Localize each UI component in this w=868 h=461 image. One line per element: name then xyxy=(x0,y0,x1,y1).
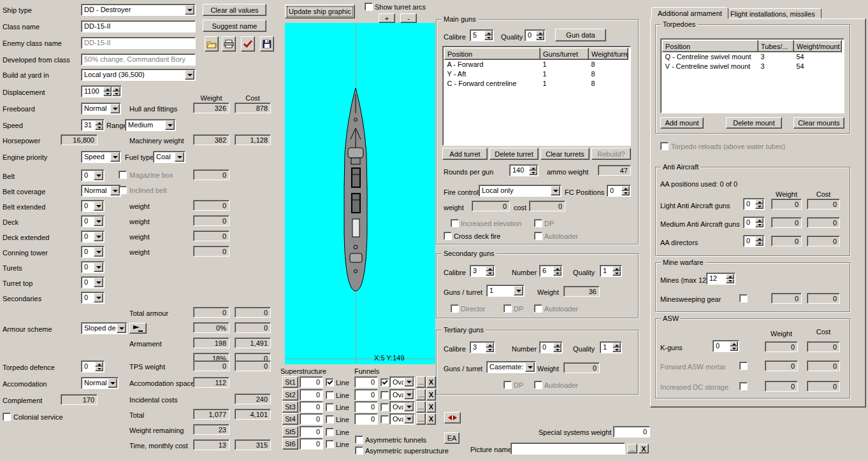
funnel4-delete-button[interactable]: X xyxy=(426,413,436,425)
weight-per-turret-column-header[interactable]: Weight/turret xyxy=(589,48,628,60)
dropdown-arrow-icon[interactable] xyxy=(185,5,194,15)
asymmetric-superstructure-checkbox[interactable] xyxy=(355,446,363,455)
funnel1-value-input[interactable]: 0 xyxy=(354,376,378,388)
mines-spinner[interactable]: 12 xyxy=(706,273,735,285)
dropdown-arrow-icon[interactable] xyxy=(404,402,414,411)
funnel3-more-button[interactable]: ... xyxy=(416,401,426,413)
spin-down-icon[interactable] xyxy=(112,92,120,97)
st3-line-checkbox[interactable] xyxy=(326,403,334,411)
dropdown-arrow-icon[interactable] xyxy=(404,378,414,387)
dropdown-arrow-icon[interactable] xyxy=(94,201,103,211)
spin-up-icon[interactable] xyxy=(486,266,494,271)
secondary-autoloader-checkbox[interactable] xyxy=(534,304,542,313)
spin-down-icon[interactable] xyxy=(755,223,763,228)
dropdown-arrow-icon[interactable] xyxy=(94,216,103,226)
main-autoloader-checkbox[interactable] xyxy=(534,232,542,240)
spin-up-icon[interactable] xyxy=(103,87,112,92)
dropdown-arrow-icon[interactable] xyxy=(165,120,175,130)
ship-type-select[interactable]: DD - Destroyer xyxy=(81,4,196,16)
st5-button[interactable]: St5 xyxy=(282,426,298,437)
engine-priority-select[interactable]: Speed xyxy=(81,151,121,163)
dropdown-arrow-icon[interactable] xyxy=(175,152,184,162)
open-file-button[interactable] xyxy=(205,36,219,52)
secondary-guns-per-turret-select[interactable]: 1 xyxy=(486,285,524,297)
spin-up-icon[interactable] xyxy=(484,31,493,36)
rebuild-button[interactable]: Rebuild? xyxy=(591,148,631,160)
position-column-header[interactable]: Position xyxy=(445,48,540,60)
turets-select[interactable]: 0 xyxy=(81,261,105,273)
dropdown-arrow-icon[interactable] xyxy=(94,171,103,180)
armour-scheme-select[interactable]: Sloped deck xyxy=(81,322,127,334)
funnel3-shape-select[interactable]: Oval xyxy=(389,401,415,413)
funnel2-shape-select[interactable]: Oval xyxy=(389,389,415,401)
spin-down-icon[interactable] xyxy=(486,271,494,276)
add-turret-button[interactable]: Add turret xyxy=(442,148,488,160)
spin-up-icon[interactable] xyxy=(486,343,494,348)
spin-up-icon[interactable] xyxy=(529,166,537,171)
secondaries-select[interactable]: 0 xyxy=(81,292,105,304)
dropdown-arrow-icon[interactable] xyxy=(94,247,103,257)
spin-down-icon[interactable] xyxy=(730,346,738,351)
deck-extended-select[interactable]: 0 xyxy=(81,230,105,243)
fc-positions-spinner[interactable]: 0 xyxy=(607,185,631,197)
save-button[interactable] xyxy=(260,36,274,52)
aa-directors-spinner[interactable]: 0 xyxy=(743,235,765,247)
funnel2-delete-button[interactable]: X xyxy=(426,389,436,401)
spin-up-icon[interactable] xyxy=(755,236,763,241)
forward-asw-mortar-checkbox[interactable] xyxy=(739,362,748,370)
funnel4-checkbox[interactable] xyxy=(380,415,389,423)
funnel4-shape-select[interactable]: Oval xyxy=(389,413,415,425)
belt-select[interactable]: 0 xyxy=(81,169,105,181)
clear-turrets-button[interactable]: Clear turrets xyxy=(540,148,590,160)
dropdown-arrow-icon[interactable] xyxy=(110,152,120,162)
cross-deck-fire-checkbox[interactable] xyxy=(444,232,452,240)
clear-all-values-button[interactable]: Clear all values xyxy=(203,4,266,16)
torpedo-position-column-header[interactable]: Position xyxy=(663,41,758,52)
picture-name-input[interactable] xyxy=(510,443,625,455)
spin-up-icon[interactable] xyxy=(112,87,120,92)
spin-up-icon[interactable] xyxy=(536,31,544,36)
funnel3-delete-button[interactable]: X xyxy=(426,401,436,413)
dropdown-arrow-icon[interactable] xyxy=(404,415,414,423)
spin-up-icon[interactable] xyxy=(755,218,763,223)
minesweeping-gear-checkbox[interactable] xyxy=(739,294,748,302)
spin-up-icon[interactable] xyxy=(612,266,621,271)
ship-canvas[interactable]: X:5 Y:149 xyxy=(285,23,435,364)
armour-scheme-picker-button[interactable] xyxy=(129,323,147,334)
main-calibre-spinner[interactable]: 5 xyxy=(470,29,494,41)
tertiary-autoloader-checkbox[interactable] xyxy=(534,381,542,389)
update-ship-graphic-button[interactable]: Update ship graphic xyxy=(285,4,355,18)
st6-button[interactable]: St6 xyxy=(282,438,298,450)
zoom-in-button[interactable]: + xyxy=(379,13,395,23)
director-checkbox[interactable] xyxy=(451,304,459,313)
funnel2-more-button[interactable]: ... xyxy=(416,389,426,401)
spin-down-icon[interactable] xyxy=(621,191,630,196)
dropdown-arrow-icon[interactable] xyxy=(94,278,103,287)
spin-up-icon[interactable] xyxy=(553,266,561,271)
table-row[interactable]: V - Centreline swivel mount 3 54 xyxy=(663,62,842,71)
spin-down-icon[interactable] xyxy=(553,271,561,276)
speed-spinner[interactable]: 31 xyxy=(81,119,105,131)
fire-control-select[interactable]: Local only xyxy=(479,185,561,197)
spin-up-icon[interactable] xyxy=(95,120,103,125)
guns-per-turret-column-header[interactable]: Guns/turret xyxy=(540,48,589,60)
dropdown-arrow-icon[interactable] xyxy=(108,378,117,388)
belt-coverage-select[interactable]: Normal xyxy=(81,185,121,197)
tertiary-number-spinner[interactable]: 0 xyxy=(539,341,563,353)
spin-down-icon[interactable] xyxy=(726,279,734,284)
dropdown-arrow-icon[interactable] xyxy=(404,390,414,399)
st1-button[interactable]: St1 xyxy=(282,376,298,388)
developed-from-input[interactable]: 50% change, Commandant Bory xyxy=(81,53,196,66)
delete-turret-button[interactable]: Delete turret xyxy=(489,148,539,160)
torpedo-weight-column-header[interactable]: Weight/mount xyxy=(794,41,842,52)
spin-down-icon[interactable] xyxy=(755,241,763,246)
funnel1-checkbox[interactable] xyxy=(380,378,389,387)
torpedo-tubes-column-header[interactable]: Tubes/... xyxy=(758,41,794,52)
light-aa-guns-spinner[interactable]: 0 xyxy=(743,198,765,210)
funnel3-checkbox[interactable] xyxy=(380,403,389,411)
delete-mount-button[interactable]: Delete mount xyxy=(726,117,782,129)
st5-line-checkbox[interactable] xyxy=(326,428,334,436)
funnel2-checkbox[interactable] xyxy=(380,391,389,399)
k-guns-spinner[interactable]: 0 xyxy=(712,340,739,352)
spin-down-icon[interactable] xyxy=(755,204,763,209)
